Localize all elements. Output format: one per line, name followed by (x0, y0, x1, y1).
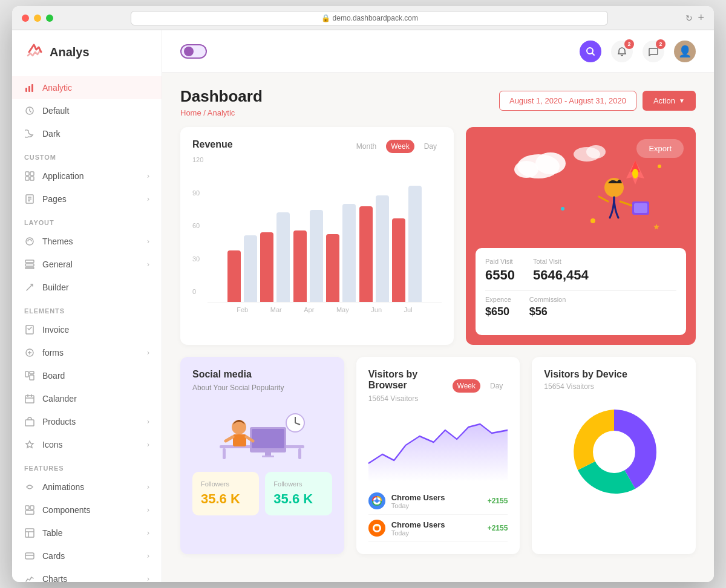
url-bar[interactable]: 🔒 demo.dashboardpack.com (131, 11, 608, 25)
sidebar-item-animations[interactable]: Animations › (12, 475, 162, 498)
sidebar-item-application[interactable]: Application › (12, 165, 162, 188)
svg-rect-6 (25, 177, 29, 180)
filter-month[interactable]: Month (352, 140, 381, 153)
app-body: Analys Analytic Default Dark (12, 30, 714, 582)
sidebar-item-forms[interactable]: forms › (12, 341, 162, 364)
notification-button[interactable]: 2 (611, 41, 633, 62)
sidebar-item-board[interactable]: Board (12, 364, 162, 387)
svg-point-53 (658, 165, 661, 168)
social-svg (201, 402, 322, 462)
bar-group-mar (260, 212, 290, 302)
header-actions: August 1, 2020 - August 31, 2020 Action … (499, 91, 696, 111)
arrow-icon-components: › (147, 506, 149, 514)
sidebar-item-pages[interactable]: Pages › (12, 188, 162, 211)
arrow-icon-animations: › (147, 483, 149, 491)
breadcrumb-home: Home (180, 108, 201, 117)
sidebar-item-cards[interactable]: Cards › (12, 544, 162, 567)
svg-rect-30 (30, 506, 34, 509)
refresh-icon[interactable]: ↻ (685, 13, 693, 23)
default-icon (24, 105, 35, 116)
browser-filter-week[interactable]: Week (453, 379, 480, 393)
filter-week[interactable]: Week (386, 140, 414, 153)
action-arrow-icon: ▼ (679, 97, 685, 104)
promo-stats: Paid Visit 6550 Total Visit 5646,454 (476, 248, 686, 335)
sidebar-item-themes[interactable]: Themes › (12, 230, 162, 253)
invoice-icon (24, 324, 35, 335)
device-card: Visitors by Device 15654 Visaitors (532, 357, 696, 554)
svg-marker-54 (653, 224, 659, 230)
builder-icon (24, 282, 35, 293)
total-visit-value: 5646,454 (533, 267, 589, 283)
firefox-visitors: +2155 (488, 524, 508, 532)
svg-rect-1 (28, 86, 30, 92)
date-range-button[interactable]: August 1, 2020 - August 31, 2020 (499, 91, 636, 111)
action-button[interactable]: Action ▼ (643, 91, 696, 111)
svg-rect-59 (252, 429, 284, 448)
arrow-icon-table: › (147, 529, 149, 537)
bar-may-pink (326, 234, 339, 302)
browser-title: Visitors by Browser (368, 369, 453, 391)
sidebar-item-products[interactable]: Products › (12, 410, 162, 433)
svg-rect-61 (262, 456, 274, 457)
stat-commission: Commission $56 (529, 296, 566, 318)
export-button[interactable]: Export (636, 139, 684, 158)
sidebar-item-dark[interactable]: Dark (12, 122, 162, 145)
titlebar: 🔒 demo.dashboardpack.com ↻ + (12, 6, 714, 30)
svg-rect-13 (25, 260, 34, 263)
browser-filter-day[interactable]: Day (485, 379, 508, 393)
filter-day[interactable]: Day (419, 140, 442, 153)
user-avatar[interactable]: 👤 (674, 41, 696, 62)
chrome-date: Today (391, 502, 445, 509)
sidebar-label-forms: forms (42, 348, 140, 358)
revenue-card: Revenue Month Week Day 120 90 60 30 (180, 127, 454, 345)
sidebar-item-icons[interactable]: Icons › (12, 433, 162, 456)
table-icon (24, 528, 35, 538)
sidebar-item-analytic[interactable]: Analytic (12, 76, 162, 99)
line-chart (368, 409, 508, 482)
stat-expense: Expence $650 (485, 296, 511, 318)
page-title: Dashboard (180, 87, 263, 106)
svg-rect-31 (25, 511, 34, 514)
maximize-btn[interactable] (46, 15, 53, 22)
browser-card: Visitors by Browser 15654 Visaitors Week… (356, 357, 520, 554)
label-may: May (336, 306, 349, 313)
svg-point-62 (232, 420, 246, 434)
sidebar-item-builder[interactable]: Builder (12, 276, 162, 299)
svg-point-43 (535, 152, 566, 174)
sidebar-label-calander: Calander (42, 394, 149, 403)
stat-total-visit: Total Visit 5646,454 (533, 258, 589, 283)
toggle-switch[interactable] (180, 44, 207, 59)
paid-visit-value: 6550 (485, 267, 515, 283)
label-jul: Jul (404, 306, 413, 313)
y-60: 60 (192, 222, 203, 229)
sidebar-label-icons: Icons (42, 440, 140, 449)
svg-rect-5 (30, 172, 34, 175)
section-custom: CUSTOM (12, 145, 162, 165)
sidebar-item-invoice[interactable]: Invoice (12, 318, 162, 341)
minimize-btn[interactable] (34, 15, 41, 22)
components-icon (24, 505, 35, 515)
new-tab-icon[interactable]: + (698, 11, 704, 24)
social-stat-box-1: Followers 35.6 K (192, 472, 259, 515)
browser-list: Chrome Users Today +2155 Chrome Users (368, 488, 508, 542)
sidebar-item-charts[interactable]: Charts › (12, 567, 162, 582)
device-count: 15654 Visaitors (544, 382, 684, 391)
followers-label-1: Followers (201, 480, 250, 488)
svg-rect-32 (25, 529, 34, 537)
search-button[interactable] (580, 41, 601, 62)
bar-group-apr (293, 210, 323, 302)
sidebar-item-default[interactable]: Default (12, 99, 162, 122)
sidebar-item-table[interactable]: Table › (12, 521, 162, 544)
browser-item-chrome: Chrome Users Today +2155 (368, 488, 508, 515)
chart-bars (208, 169, 442, 302)
pages-icon (24, 194, 35, 204)
sidebar-item-calander[interactable]: Calander (12, 387, 162, 410)
message-button[interactable]: 2 (643, 41, 664, 62)
sidebar-item-components[interactable]: Components › (12, 498, 162, 521)
main-content: 2 2 👤 Dashboard Home / Analytic (162, 30, 714, 582)
svg-point-51 (590, 218, 595, 223)
themes-icon (24, 236, 35, 247)
close-btn[interactable] (22, 15, 29, 22)
arrow-icon-cards: › (147, 552, 149, 560)
sidebar-item-general[interactable]: General › (12, 253, 162, 276)
